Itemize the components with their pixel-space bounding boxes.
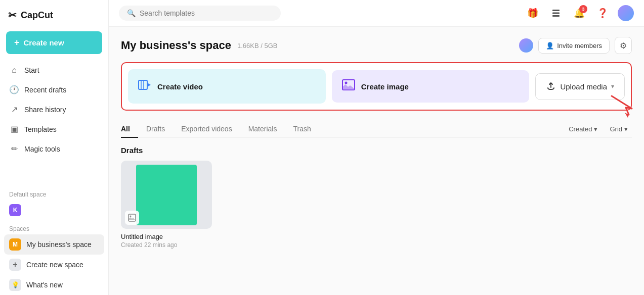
space-user-avatar bbox=[519, 38, 533, 53]
create-video-label: Create video bbox=[157, 82, 203, 91]
svg-rect-0 bbox=[552, 10, 560, 11]
nav-label-magic-tools: Magic tools bbox=[24, 145, 60, 153]
topbar-actions: 🎁 🔔 3 ❓ bbox=[525, 5, 634, 21]
draft-name: Untitled image bbox=[121, 233, 212, 240]
svg-point-9 bbox=[130, 216, 132, 217]
image-card-icon bbox=[342, 79, 355, 93]
clock-icon: 🕐 bbox=[9, 85, 19, 94]
video-card-icon bbox=[138, 78, 151, 94]
draft-thumbnail bbox=[121, 161, 212, 229]
tabs-actions: Created ▾ Grid ▾ bbox=[565, 123, 632, 135]
create-new-button[interactable]: + Create new bbox=[6, 31, 102, 54]
nav-label-templates: Templates bbox=[24, 125, 57, 133]
create-image-card[interactable]: Create image bbox=[332, 70, 530, 103]
bell-icon[interactable]: 🔔 3 bbox=[571, 5, 587, 21]
draft-meta: Created 22 mins ago bbox=[121, 241, 212, 249]
logo-area: ✂ CapCut bbox=[0, 0, 108, 28]
help-icon[interactable]: ❓ bbox=[594, 5, 611, 21]
default-space-avatar: K bbox=[9, 204, 21, 216]
upload-media-button[interactable]: Upload media ▾ bbox=[535, 73, 625, 100]
whats-new-label: What's new bbox=[26, 281, 63, 289]
sidebar-item-start[interactable]: ⌂ Start bbox=[4, 61, 104, 79]
tab-drafts[interactable]: Drafts bbox=[138, 121, 173, 138]
tab-materials[interactable]: Materials bbox=[240, 121, 285, 138]
svg-point-7 bbox=[345, 82, 347, 84]
nav-label-share-history: Share history bbox=[24, 106, 66, 114]
main-area: 🔍 🎁 🔔 3 ❓ My business's s bbox=[109, 0, 644, 295]
invite-label: Invite members bbox=[557, 42, 602, 50]
magic-icon: ✏ bbox=[9, 144, 19, 154]
default-space-item[interactable]: K bbox=[4, 200, 104, 220]
sidebar-item-templates[interactable]: ▣ Templates bbox=[4, 120, 104, 138]
settings-button[interactable]: ⚙ bbox=[615, 37, 632, 54]
search-icon: 🔍 bbox=[127, 9, 136, 17]
tabs-row: All Drafts Exported videos Materials Tra… bbox=[121, 121, 632, 138]
default-space-label: Default space bbox=[0, 186, 108, 200]
upload-icon bbox=[546, 81, 556, 92]
draft-thumb-icon bbox=[125, 211, 139, 225]
topbar: 🔍 🎁 🔔 3 ❓ bbox=[109, 0, 644, 27]
view-chevron-icon: ▾ bbox=[624, 125, 628, 133]
space-item-whats-new[interactable]: 💡 What's new bbox=[4, 275, 104, 295]
content-area: My business's space 1.66KB / 5GB 👤 Invit… bbox=[109, 27, 644, 295]
upload-chevron-icon: ▾ bbox=[611, 83, 614, 90]
my-business-avatar: M bbox=[9, 238, 21, 251]
layers-icon[interactable] bbox=[548, 5, 564, 21]
svg-rect-3 bbox=[139, 80, 147, 89]
share-icon: ↗ bbox=[9, 105, 19, 114]
sidebar: ✂ CapCut + Create new ⌂ Start 🕐 Recent d… bbox=[0, 0, 109, 295]
create-new-label: Create new bbox=[24, 38, 64, 47]
search-input[interactable] bbox=[140, 9, 273, 17]
page-title: My business's space bbox=[121, 39, 231, 52]
gift-icon[interactable]: 🎁 bbox=[525, 5, 541, 21]
home-icon: ⌂ bbox=[9, 66, 19, 75]
action-cards-row: Create video Create image bbox=[121, 62, 632, 111]
template-icon: ▣ bbox=[9, 124, 19, 134]
sort-chevron-icon: ▾ bbox=[594, 125, 597, 133]
tab-all[interactable]: All bbox=[121, 121, 138, 138]
logo-icon: ✂ bbox=[8, 9, 17, 21]
sort-button[interactable]: Created ▾ bbox=[565, 123, 602, 135]
default-space-section: Default space K bbox=[0, 186, 108, 220]
logo-text: CapCut bbox=[21, 10, 53, 21]
tab-exported[interactable]: Exported videos bbox=[173, 121, 240, 138]
create-video-card[interactable]: Create video bbox=[128, 69, 326, 104]
search-bar[interactable]: 🔍 bbox=[119, 6, 281, 21]
invite-icon: 👤 bbox=[546, 42, 554, 50]
sidebar-item-recent-drafts[interactable]: 🕐 Recent drafts bbox=[4, 80, 104, 99]
spaces-section: Spaces M My business's space + Create ne… bbox=[0, 220, 108, 295]
notification-badge: 3 bbox=[579, 5, 587, 13]
user-avatar[interactable] bbox=[618, 5, 634, 21]
sort-label: Created bbox=[569, 125, 592, 133]
svg-rect-1 bbox=[552, 13, 560, 14]
sidebar-item-magic-tools[interactable]: ✏ Magic tools bbox=[4, 139, 104, 158]
upload-label: Upload media bbox=[560, 82, 607, 91]
nav-items: ⌂ Start 🕐 Recent drafts ↗ Share history … bbox=[0, 61, 108, 186]
draft-card-untitled-image[interactable]: Untitled image Created 22 mins ago bbox=[121, 161, 212, 249]
svg-rect-2 bbox=[552, 15, 560, 17]
plus-icon: + bbox=[14, 37, 20, 48]
space-item-my-business[interactable]: M My business's space bbox=[4, 234, 104, 255]
sidebar-item-share-history[interactable]: ↗ Share history bbox=[4, 100, 104, 119]
view-button[interactable]: Grid ▾ bbox=[606, 123, 632, 135]
create-space-icon: + bbox=[9, 259, 21, 271]
page-title-area: My business's space 1.66KB / 5GB bbox=[121, 39, 278, 52]
invite-members-button[interactable]: 👤 Invite members bbox=[538, 38, 610, 54]
tabs: All Drafts Exported videos Materials Tra… bbox=[121, 121, 319, 137]
space-item-create-new[interactable]: + Create new space bbox=[4, 255, 104, 275]
create-image-label: Create image bbox=[361, 82, 409, 91]
header-actions: 👤 Invite members ⚙ bbox=[519, 37, 632, 54]
teal-thumbnail-block bbox=[136, 165, 197, 225]
tab-trash[interactable]: Trash bbox=[285, 121, 319, 138]
view-label: Grid bbox=[610, 125, 622, 133]
action-cards-container: Create video Create image bbox=[121, 62, 632, 111]
nav-label-start: Start bbox=[24, 66, 39, 74]
nav-label-recent-drafts: Recent drafts bbox=[24, 86, 66, 94]
whats-new-icon: 💡 bbox=[9, 279, 21, 291]
spaces-label: Spaces bbox=[0, 220, 108, 234]
page-header: My business's space 1.66KB / 5GB 👤 Invit… bbox=[121, 37, 632, 54]
my-business-label: My business's space bbox=[26, 240, 92, 249]
storage-info: 1.66KB / 5GB bbox=[237, 42, 278, 50]
drafts-grid: Untitled image Created 22 mins ago bbox=[121, 161, 632, 249]
create-space-label: Create new space bbox=[26, 261, 83, 269]
